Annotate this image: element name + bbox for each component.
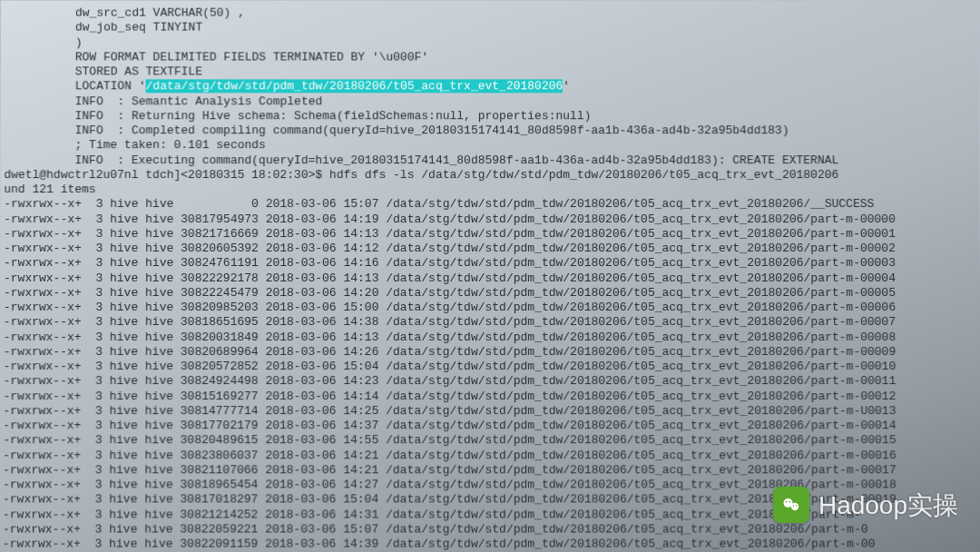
ls-row: -rwxrwx--x+ 3 hive hive 30818651695 2018…: [4, 315, 980, 330]
ls-row: -rwxrwx--x+ 3 hive hive 30815169277 2018…: [3, 389, 980, 404]
ls-row: -rwxrwx--x+ 3 hive hive 30821716669 2018…: [4, 227, 980, 242]
ls-row: -rwxrwx--x+ 3 hive hive 30821107066 2018…: [3, 463, 980, 478]
ls-row: -rwxrwx--x+ 3 hive hive 30820031849 2018…: [4, 330, 980, 345]
ls-row: -rwxrwx--x+ 3 hive hive 30817702179 2018…: [3, 419, 980, 433]
sql-line: dw_src_cd1 VARCHAR(50) ,: [5, 6, 979, 21]
location-prefix: LOCATION ': [5, 80, 146, 94]
ls-row: -rwxrwx--x+ 3 hive hive 30817954973 2018…: [4, 212, 980, 227]
sql-line: ): [5, 35, 979, 50]
hive-info-line: ; Time taken: 0.101 seconds: [5, 138, 980, 153]
ls-row: -rwxrwx--x+ 3 hive hive 30820985203 2018…: [4, 301, 980, 315]
found-items: und 121 items: [4, 182, 979, 197]
ls-row: -rwxrwx--x+ 3 hive hive 30817018297 2018…: [3, 493, 980, 508]
ls-row: -rwxrwx--x+ 3 hive hive 30822245479 2018…: [4, 286, 980, 301]
sql-line: ROW FORMAT DELIMITED FIELDS TERMINATED B…: [5, 50, 979, 64]
ls-row: -rwxrwx--x+ 3 hive hive 30822292178 2018…: [4, 271, 980, 286]
ls-row: -rwxrwx--x+ 3 hive hive 30818965454 2018…: [3, 478, 980, 492]
ls-row: -rwxrwx--x+ 3 hive hive 30823806037 2018…: [3, 448, 980, 463]
ls-row: -rwxrwx--x+ 3 hive hive 30822059221 2018…: [3, 522, 980, 537]
ls-row: -rwxrwx--x+ 3 hive hive 0 2018-03-06 15:…: [4, 197, 979, 212]
sql-line: dw_job_seq TINYINT: [5, 21, 979, 35]
sql-location-line: LOCATION '/data/stg/tdw/std/pdm_tdw/2018…: [5, 80, 979, 94]
sql-line: STORED AS TEXTFILE: [5, 64, 979, 79]
ls-row: -rwxrwx--x+ 3 hive hive 30822091159 2018…: [3, 537, 980, 552]
ls-row: -rwxrwx--x+ 3 hive hive 30821214252 2018…: [3, 508, 980, 522]
highlighted-path: /data/stg/tdw/std/pdm_tdw/20180206/t05_a…: [146, 80, 564, 94]
ls-row: -rwxrwx--x+ 3 hive hive 30820572852 2018…: [4, 360, 980, 374]
ls-row: -rwxrwx--x+ 3 hive hive 30824924498 2018…: [4, 374, 980, 389]
hive-info-line: INFO : Executing command(queryId=hive_20…: [4, 153, 979, 168]
ls-row: -rwxrwx--x+ 3 hive hive 30824761191 2018…: [4, 256, 980, 271]
location-suffix: ': [563, 80, 570, 94]
terminal-output[interactable]: dw_src_cd1 VARCHAR(50) , dw_job_seq TINY…: [0, 1, 980, 552]
shell-prompt: dwetl@hdwctrl2u07nl tdch]<20180315 18:02…: [4, 168, 979, 182]
hive-info-line: INFO : Completed compiling command(query…: [5, 123, 980, 138]
hive-info-line: INFO : Semantic Analysis Completed: [5, 94, 980, 109]
ls-row: -rwxrwx--x+ 3 hive hive 30820689964 2018…: [4, 345, 980, 360]
ls-row: -rwxrwx--x+ 3 hive hive 30814777714 2018…: [3, 404, 980, 419]
ls-row: -rwxrwx--x+ 3 hive hive 30820605392 2018…: [4, 242, 980, 256]
ls-row: -rwxrwx--x+ 3 hive hive 30820489615 2018…: [3, 433, 980, 448]
hive-info-line: INFO : Returning Hive schema: Schema(fie…: [5, 109, 980, 123]
